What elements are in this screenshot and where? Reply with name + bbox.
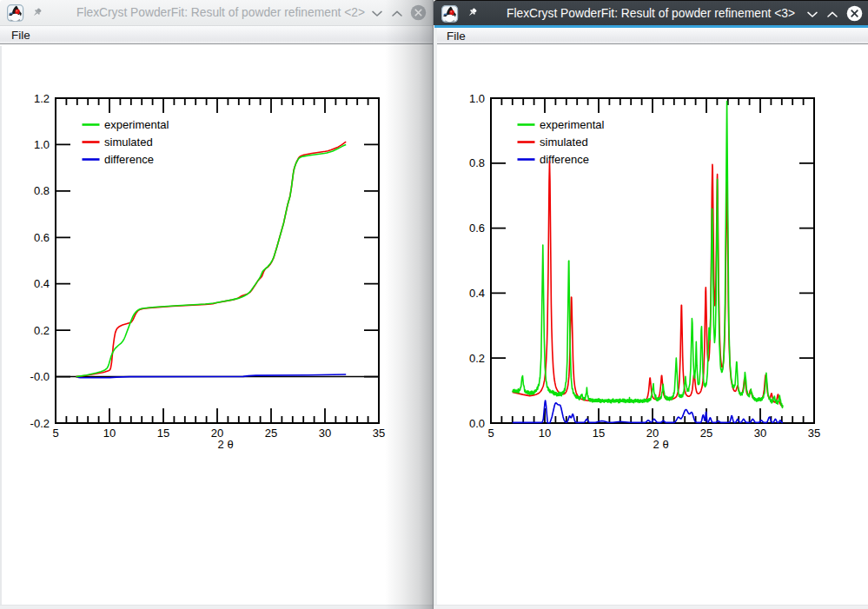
svg-text:2 θ: 2 θ [218, 438, 234, 451]
svg-text:0.4: 0.4 [34, 277, 50, 290]
svg-text:1.0: 1.0 [34, 138, 50, 151]
svg-text:0.2: 0.2 [34, 324, 50, 337]
svg-text:2 θ: 2 θ [653, 438, 669, 451]
svg-text:25: 25 [700, 427, 712, 440]
svg-text:30: 30 [754, 427, 766, 440]
svg-text:0.0: 0.0 [469, 417, 485, 430]
svg-text:-0.2: -0.2 [30, 417, 50, 430]
svg-text:30: 30 [319, 427, 331, 440]
svg-text:0.8: 0.8 [469, 156, 485, 169]
svg-text:1.2: 1.2 [34, 92, 50, 105]
svg-text:5: 5 [487, 427, 494, 440]
svg-text:15: 15 [157, 427, 169, 440]
svg-text:25: 25 [265, 427, 277, 440]
svg-text:1.0: 1.0 [469, 92, 485, 105]
svg-text:0.2: 0.2 [469, 352, 485, 365]
svg-text:10: 10 [103, 427, 116, 440]
svg-text:0.8: 0.8 [34, 184, 50, 197]
svg-text:difference: difference [540, 153, 589, 166]
svg-text:5: 5 [52, 427, 58, 440]
svg-text:experimental: experimental [540, 118, 605, 131]
svg-text:simulated: simulated [104, 136, 153, 149]
svg-text:experimental: experimental [104, 118, 169, 131]
svg-text:15: 15 [593, 427, 605, 440]
svg-text:0.6: 0.6 [34, 231, 50, 244]
svg-text:0.4: 0.4 [469, 287, 485, 300]
svg-text:0.6: 0.6 [469, 222, 485, 235]
svg-text:35: 35 [373, 427, 385, 440]
svg-text:difference: difference [104, 153, 154, 166]
svg-text:-0.0: -0.0 [30, 370, 50, 383]
svg-text:10: 10 [539, 427, 551, 440]
svg-text:simulated: simulated [540, 136, 588, 149]
svg-text:35: 35 [808, 427, 820, 440]
